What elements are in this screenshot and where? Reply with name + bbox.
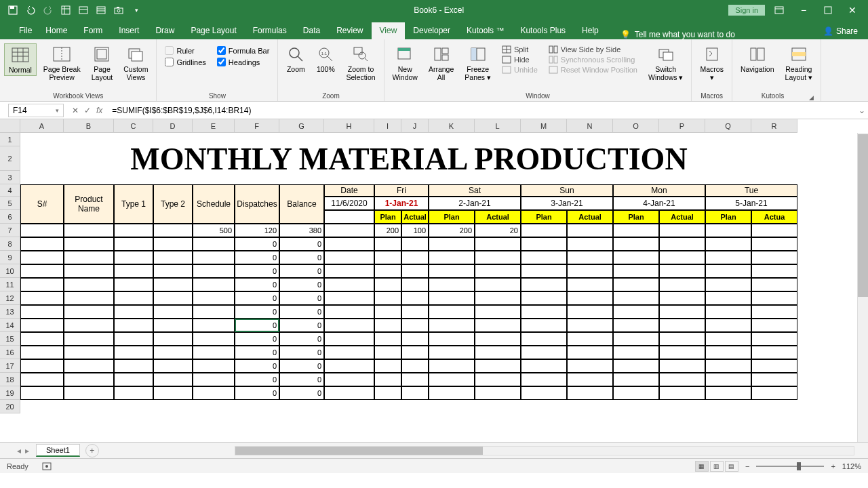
cell[interactable] [429, 319, 475, 332]
cell[interactable] [193, 264, 235, 278]
cell[interactable] [374, 386, 401, 400]
cell[interactable] [20, 319, 64, 332]
cell[interactable] [324, 346, 374, 359]
row-header-12[interactable]: 12 [0, 291, 20, 305]
cell[interactable] [401, 319, 429, 332]
cell[interactable] [114, 373, 153, 386]
cell[interactable] [20, 264, 64, 278]
cell[interactable] [429, 346, 475, 359]
cell[interactable] [64, 386, 114, 400]
cell[interactable] [567, 359, 613, 373]
cell[interactable]: 0 [279, 305, 324, 319]
cell[interactable] [64, 305, 114, 319]
minimize-icon[interactable]: − [793, 3, 814, 17]
cell[interactable]: Plan [374, 210, 401, 224]
cell[interactable] [751, 373, 797, 386]
cell[interactable] [751, 291, 797, 305]
page-layout-view-icon[interactable]: ▥ [710, 461, 724, 472]
cell[interactable] [374, 373, 401, 386]
cell[interactable] [114, 251, 153, 264]
split-button[interactable]: Split [500, 45, 539, 54]
new-window-button[interactable]: New Window [389, 43, 422, 83]
custom-views-button[interactable]: Custom Views [119, 43, 152, 83]
cell[interactable] [659, 305, 705, 319]
cell[interactable] [153, 291, 193, 305]
cell[interactable] [567, 319, 613, 332]
cell[interactable]: S# [20, 184, 64, 224]
cell[interactable] [64, 224, 114, 237]
cell[interactable] [429, 305, 475, 319]
cell[interactable]: 0 [235, 278, 279, 291]
cell[interactable] [401, 359, 429, 373]
cell[interactable] [20, 359, 64, 373]
cell[interactable] [114, 386, 153, 400]
sheet-title[interactable]: MONTHLY MATERIAL PRODUCTION [20, 133, 797, 184]
cell[interactable] [324, 305, 374, 319]
cell[interactable] [751, 224, 797, 237]
cell[interactable] [401, 237, 429, 251]
spreadsheet-grid[interactable]: ABCDEFGHIJKLMNOPQR 123456789101112131415… [0, 119, 868, 442]
cell[interactable] [20, 332, 64, 346]
cell[interactable]: Actual [659, 210, 705, 224]
cell[interactable] [567, 305, 613, 319]
zoom-100-button[interactable]: 1:1100% [312, 43, 339, 75]
cell[interactable] [521, 224, 567, 237]
col-header-E[interactable]: E [193, 119, 235, 133]
cell[interactable] [20, 386, 64, 400]
cell[interactable] [153, 386, 193, 400]
cell[interactable] [374, 237, 401, 251]
tab-home[interactable]: Home [37, 22, 75, 39]
zoom-button[interactable]: Zoom [282, 43, 309, 75]
cell[interactable] [374, 332, 401, 346]
cell[interactable] [705, 386, 751, 400]
cell[interactable] [193, 291, 235, 305]
cell[interactable] [20, 346, 64, 359]
cell[interactable] [374, 251, 401, 264]
add-sheet-button[interactable]: + [85, 444, 99, 458]
cell[interactable] [705, 373, 751, 386]
tab-view[interactable]: View [372, 22, 406, 39]
cell[interactable] [153, 237, 193, 251]
headings-checkbox[interactable]: Headings [217, 58, 270, 66]
maximize-icon[interactable] [818, 3, 838, 17]
cell[interactable] [401, 278, 429, 291]
cell[interactable] [193, 305, 235, 319]
normal-view-icon[interactable]: ▦ [695, 461, 709, 472]
cell[interactable]: Actual [401, 210, 429, 224]
cell[interactable]: 0 [279, 319, 324, 332]
cell[interactable] [153, 319, 193, 332]
qat-icon-2[interactable] [77, 4, 90, 16]
col-header-K[interactable]: K [429, 119, 475, 133]
cell[interactable] [153, 359, 193, 373]
cell[interactable] [751, 237, 797, 251]
cell[interactable] [705, 305, 751, 319]
cell[interactable] [153, 224, 193, 237]
col-header-N[interactable]: N [567, 119, 613, 133]
cell[interactable] [64, 264, 114, 278]
cell[interactable]: Type 2 [153, 184, 193, 224]
row-header-13[interactable]: 13 [0, 305, 20, 319]
cell[interactable]: Plan [429, 210, 475, 224]
cell[interactable] [374, 278, 401, 291]
cell[interactable]: 0 [235, 264, 279, 278]
cell[interactable] [324, 278, 374, 291]
hide-button[interactable]: Hide [500, 55, 539, 64]
cell[interactable]: Plan [613, 210, 659, 224]
cell[interactable] [114, 291, 153, 305]
cell[interactable]: Fri [374, 184, 429, 197]
cell[interactable]: 380 [279, 224, 324, 237]
cell[interactable]: Schedule [193, 184, 235, 224]
signin-button[interactable]: Sign in [728, 5, 765, 16]
formula-bar-checkbox[interactable]: Formula Bar [217, 46, 270, 55]
cell[interactable]: 5-Jan-21 [705, 197, 797, 210]
cell[interactable] [475, 278, 521, 291]
zoom-level[interactable]: 112% [842, 462, 861, 470]
arrange-all-button[interactable]: Arrange All [425, 43, 458, 83]
cell[interactable]: 0 [279, 332, 324, 346]
cell[interactable] [401, 346, 429, 359]
row-header-19[interactable]: 19 [0, 386, 20, 400]
cell[interactable] [705, 237, 751, 251]
cell[interactable] [64, 278, 114, 291]
col-header-M[interactable]: M [521, 119, 567, 133]
cell[interactable] [567, 346, 613, 359]
